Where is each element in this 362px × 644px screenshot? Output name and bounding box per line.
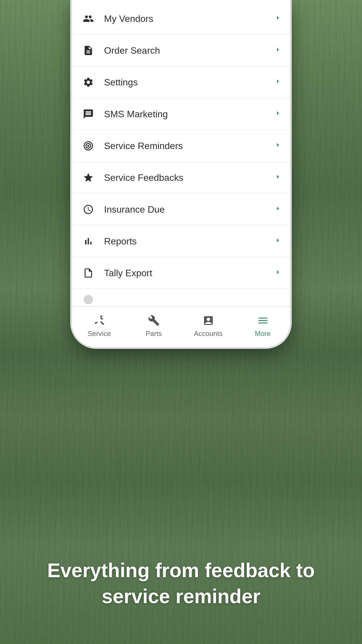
nav-label-more: More <box>255 330 271 338</box>
chevron-icon-insurance-due <box>275 205 281 214</box>
bottom-tagline-text: Everything from feedback to service remi… <box>23 557 339 609</box>
phone-frame: My Vendors Order Search <box>70 0 292 349</box>
chevron-icon-reports <box>275 237 281 245</box>
parts-nav-icon <box>147 314 161 327</box>
chevron-icon-vendors <box>275 15 281 23</box>
menu-item-settings[interactable]: Settings <box>72 66 290 98</box>
menu-label-sms-marketing: SMS Marketing <box>104 109 275 120</box>
menu-label-order-search: Order Search <box>104 45 275 56</box>
accounts-nav-icon <box>202 314 215 327</box>
nav-label-accounts: Accounts <box>194 330 223 338</box>
menu-item-sms-marketing[interactable]: SMS Marketing <box>72 98 290 130</box>
menu-label-service-feedbacks: Service Feedbacks <box>104 172 275 183</box>
menu-label-insurance-due: Insurance Due <box>104 204 275 215</box>
nav-label-service: Service <box>87 330 111 338</box>
chevron-icon-service-feedbacks <box>275 174 281 182</box>
settings-icon <box>81 75 96 90</box>
menu-label-settings: Settings <box>104 77 275 88</box>
menu-list: My Vendors Order Search <box>72 0 290 307</box>
more-nav-icon <box>256 314 270 327</box>
order-search-icon <box>81 43 96 58</box>
bottom-navigation: Service Parts Accounts <box>72 307 290 347</box>
svg-point-1 <box>84 295 93 304</box>
menu-item-my-vendors[interactable]: My Vendors <box>72 3 290 35</box>
chevron-icon-service-reminders <box>275 142 281 150</box>
partial-icon <box>81 292 96 307</box>
menu-item-partial <box>72 289 290 307</box>
menu-item-reports[interactable]: Reports <box>72 225 290 257</box>
nav-item-accounts[interactable]: Accounts <box>181 312 236 340</box>
menu-item-insurance-due[interactable]: Insurance Due <box>72 194 290 225</box>
nav-label-parts: Parts <box>145 330 162 338</box>
nav-item-more[interactable]: More <box>236 312 290 340</box>
nav-item-service[interactable]: Service <box>72 312 126 340</box>
menu-item-tally-export[interactable]: Tally Export <box>72 257 290 289</box>
chevron-icon-order-search <box>275 46 281 55</box>
menu-label-service-reminders: Service Reminders <box>104 141 275 151</box>
menu-item-service-feedbacks[interactable]: Service Feedbacks <box>72 162 290 194</box>
service-reminders-icon <box>81 138 96 153</box>
sms-marketing-icon <box>81 106 96 122</box>
menu-label-my-vendors: My Vendors <box>104 13 275 24</box>
nav-item-parts[interactable]: Parts <box>126 312 181 340</box>
menu-item-order-search[interactable]: Order Search <box>72 35 290 66</box>
chevron-icon-settings <box>275 78 281 86</box>
chevron-icon-sms-marketing <box>275 110 281 118</box>
reports-icon <box>81 234 96 249</box>
tally-export-icon <box>81 265 96 281</box>
menu-item-service-reminders[interactable]: Service Reminders <box>72 130 290 162</box>
vendors-icon <box>81 11 96 26</box>
chevron-icon-tally-export <box>275 269 281 277</box>
service-feedbacks-icon <box>81 170 96 185</box>
svg-point-0 <box>87 145 89 147</box>
bottom-tagline-container: Everything from feedback to service remi… <box>0 557 362 609</box>
menu-label-reports: Reports <box>104 236 275 247</box>
menu-label-tally-export: Tally Export <box>104 268 275 279</box>
service-nav-icon <box>93 314 106 327</box>
insurance-due-icon <box>81 202 96 217</box>
